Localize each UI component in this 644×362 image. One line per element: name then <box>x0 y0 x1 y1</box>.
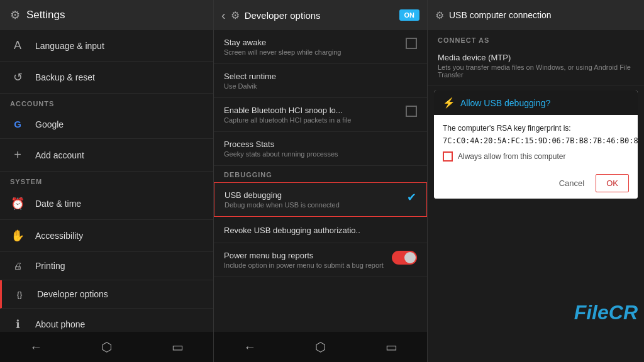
usb-panel: ⚙ USB computer connection CONNECT AS Med… <box>428 0 644 362</box>
debug-dialog-title: Allow USB debugging? <box>460 98 550 108</box>
settings-item-backup[interactable]: ↺ Backup & reset <box>0 62 213 94</box>
bluetooth-title: Enable Bluetooth HCI snoop lo... <box>224 106 399 115</box>
home-nav-icon[interactable]: ⬡ <box>101 339 112 354</box>
about-icon: ℹ <box>10 317 25 331</box>
usb-debug-dialog: ⚡ Allow USB debugging? The computer's RS… <box>434 90 638 199</box>
google-icon: G <box>10 119 25 129</box>
always-allow-label: Always allow from this computer <box>458 152 565 161</box>
printing-label: Printing <box>35 261 65 271</box>
datetime-icon: ⏰ <box>10 197 25 211</box>
dev-item-process-stats[interactable]: Process Stats Geeky stats about running … <box>214 132 427 166</box>
process-stats-subtitle: Geeky stats about running processes <box>224 150 417 158</box>
ok-button[interactable]: OK <box>596 174 629 192</box>
developer-nav-bar: ← ⬡ ▭ <box>214 332 427 362</box>
settings-item-developer[interactable]: {} Developer options <box>0 280 213 309</box>
settings-item-google[interactable]: G Google <box>0 110 213 139</box>
settings-item-printing[interactable]: 🖨 Printing <box>0 252 213 280</box>
debug-dialog-body: The computer's RSA key fingerprint is: 7… <box>434 115 638 169</box>
settings-item-datetime[interactable]: ⏰ Date & time <box>0 188 213 220</box>
developer-label: Developer options <box>37 289 108 299</box>
developer-icon: {} <box>12 290 27 299</box>
usb-debug-checkmark: ✔ <box>407 190 416 204</box>
about-label: About phone <box>35 319 85 329</box>
dev-item-power-menu[interactable]: Power menu bug reports Include option in… <box>214 243 427 277</box>
developer-title: Developer options <box>245 10 321 21</box>
google-label: Google <box>35 119 64 129</box>
settings-item-accessibility[interactable]: ✋ Accessibility <box>0 220 213 252</box>
gear-icon: ⚙ <box>10 8 20 22</box>
fingerprint-value: 7C:C0:4A:20:5A:FC:15:9D:06:7B:B8:7B:46:B… <box>443 136 629 145</box>
cancel-button[interactable]: Cancel <box>553 174 591 192</box>
dev-back-icon[interactable]: ‹ <box>221 8 226 23</box>
add-icon: + <box>10 148 25 162</box>
developer-header-left: ‹ ⚙ Developer options <box>221 8 321 23</box>
settings-panel: ⚙ Settings A Language & input ↺ Backup &… <box>0 0 214 362</box>
dev-recent-nav[interactable]: ▭ <box>386 339 397 354</box>
backup-label: Backup & reset <box>35 72 95 82</box>
fingerprint-label: The computer's RSA key fingerprint is: <box>443 123 629 134</box>
dev-gear-icon: ⚙ <box>231 9 240 21</box>
dev-back-nav[interactable]: ← <box>243 340 256 354</box>
usb-debug-title: USB debugging <box>225 190 401 200</box>
dev-item-runtime[interactable]: Select runtime Use Dalvik <box>214 64 427 98</box>
system-section-header: SYSTEM <box>0 172 213 188</box>
stay-awake-checkbox[interactable] <box>406 38 417 49</box>
accessibility-icon: ✋ <box>10 229 25 243</box>
developer-list: Stay awake Screen will never sleep while… <box>214 30 427 332</box>
recent-nav-icon[interactable]: ▭ <box>172 339 184 354</box>
dev-item-revoke-usb[interactable]: Revoke USB debugging authorizatio.. <box>214 218 427 243</box>
runtime-title: Select runtime <box>224 72 417 81</box>
back-nav-icon[interactable]: ← <box>30 340 42 354</box>
usb-header: ⚙ USB computer connection <box>428 0 644 30</box>
add-account-label: Add account <box>35 150 84 160</box>
debugging-section-label: DEBUGGING <box>214 166 427 181</box>
revoke-usb-title: Revoke USB debugging authorizatio.. <box>224 226 417 235</box>
accounts-section-header: ACCOUNTS <box>0 94 213 110</box>
backup-icon: ↺ <box>10 70 25 84</box>
watermark: FileCR <box>574 301 638 324</box>
developer-header: ‹ ⚙ Developer options ON <box>214 0 427 30</box>
runtime-subtitle: Use Dalvik <box>224 82 417 90</box>
power-menu-title: Power menu bug reports <box>224 251 386 260</box>
power-menu-toggle[interactable] <box>392 251 417 265</box>
settings-header: ⚙ Settings <box>0 0 213 30</box>
dev-item-bluetooth[interactable]: Enable Bluetooth HCI snoop lo... Capture… <box>214 98 427 132</box>
process-stats-title: Process Stats <box>224 140 417 149</box>
usb-debug-subtitle: Debug mode when USB is connected <box>225 201 401 209</box>
stay-awake-subtitle: Screen will never sleep while charging <box>224 48 399 56</box>
settings-nav-bar: ← ⬡ ▭ <box>0 332 213 362</box>
dev-item-usb-debug[interactable]: USB debugging Debug mode when USB is con… <box>214 182 427 217</box>
printing-icon: 🖨 <box>10 261 25 271</box>
power-menu-subtitle: Include option in power menu to submit a… <box>224 261 386 269</box>
datetime-label: Date & time <box>35 199 81 209</box>
media-device-title: Media device (MTP) <box>438 53 634 62</box>
debug-dialog-header: ⚡ Allow USB debugging? <box>434 90 638 115</box>
dev-home-nav[interactable]: ⬡ <box>315 339 326 354</box>
media-device-subtitle: Lets you transfer media files on Windows… <box>438 63 634 79</box>
usb-plug-icon: ⚡ <box>443 97 455 109</box>
media-device-section: Media device (MTP) Lets you transfer med… <box>428 47 644 85</box>
settings-title: Settings <box>26 9 65 21</box>
always-allow-row[interactable]: Always allow from this computer <box>443 151 629 162</box>
bluetooth-subtitle: Capture all bluetooth HCI packets in a f… <box>224 116 399 124</box>
always-allow-checkbox[interactable] <box>443 151 453 162</box>
developer-panel: ‹ ⚙ Developer options ON Stay awake Scre… <box>214 0 428 362</box>
debug-dialog-actions: Cancel OK <box>434 169 638 199</box>
developer-toggle[interactable]: ON <box>399 9 420 21</box>
language-icon: A <box>10 39 25 52</box>
language-label: Language & input <box>35 41 104 51</box>
bluetooth-checkbox[interactable] <box>406 106 417 117</box>
connect-as-label: CONNECT AS <box>428 30 644 47</box>
settings-list: A Language & input ↺ Backup & reset ACCO… <box>0 30 213 332</box>
usb-header-title: USB computer connection <box>449 10 552 20</box>
stay-awake-title: Stay awake <box>224 38 399 47</box>
dev-item-stay-awake[interactable]: Stay awake Screen will never sleep while… <box>214 30 427 64</box>
accessibility-label: Accessibility <box>35 231 83 241</box>
settings-item-about[interactable]: ℹ About phone <box>0 309 213 332</box>
settings-item-add-account[interactable]: + Add account <box>0 139 213 172</box>
settings-item-language[interactable]: A Language & input <box>0 30 213 62</box>
usb-header-gear-icon: ⚙ <box>435 9 444 21</box>
